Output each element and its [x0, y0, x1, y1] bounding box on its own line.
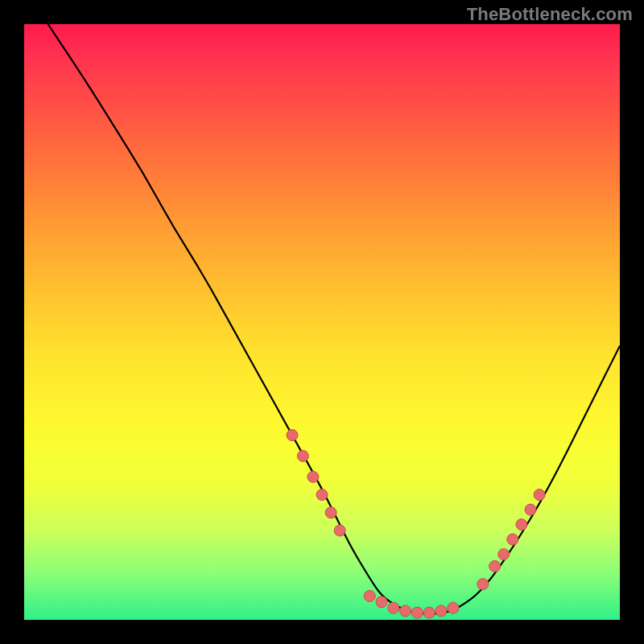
- marker-dot: [448, 602, 459, 613]
- marker-dot: [297, 451, 308, 462]
- marker-dot: [477, 579, 489, 590]
- marker-dot: [376, 597, 387, 608]
- watermark-text: TheBottleneck.com: [467, 4, 633, 25]
- marker-dot: [400, 605, 411, 617]
- marker-dot: [325, 507, 336, 518]
- marker-dot: [423, 607, 435, 618]
- marker-dot: [525, 504, 536, 515]
- plot-area: [24, 24, 620, 620]
- marker-dot: [498, 549, 510, 560]
- marker-dot: [436, 605, 447, 617]
- marker-dots: [287, 430, 545, 619]
- marker-dot: [489, 560, 501, 572]
- marker-dot: [308, 471, 319, 482]
- marker-dot: [287, 430, 298, 441]
- marker-dot: [534, 489, 545, 501]
- marker-dot: [388, 602, 399, 613]
- marker-dot: [411, 607, 423, 618]
- marker-dot: [364, 590, 375, 601]
- marker-dot: [507, 534, 518, 545]
- marker-dot: [334, 525, 345, 536]
- bottleneck-curve-path: [48, 24, 620, 614]
- marker-dot: [316, 489, 328, 501]
- marker-dot: [516, 519, 527, 530]
- curve-svg: [24, 24, 620, 620]
- chart-frame: TheBottleneck.com: [0, 0, 644, 644]
